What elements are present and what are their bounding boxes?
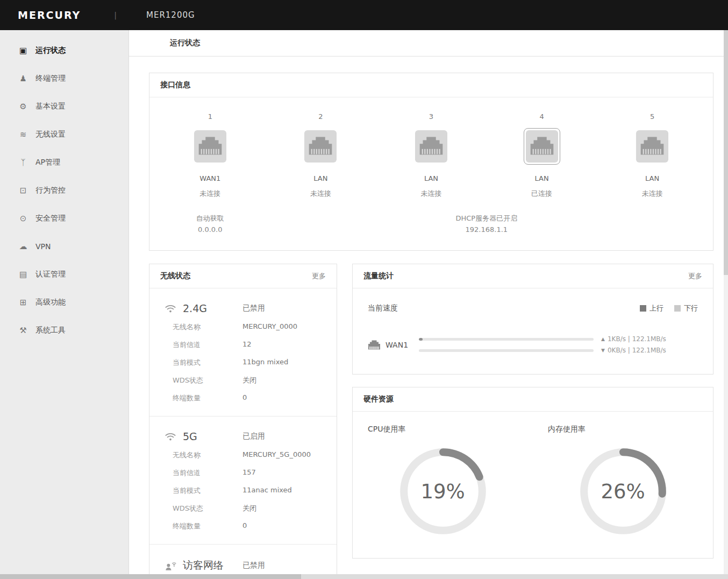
monitor-icon: ▣ [18,46,28,55]
cpu-usage-label: CPU使用率 [353,425,533,434]
tab-running-status[interactable]: 运行状态 [170,38,200,48]
behavior-icon: ⊡ [18,186,28,195]
band-status: 已禁用 [242,303,265,313]
sidebar-item-label: 运行状态 [35,46,66,55]
legend-upload: 上行 [640,303,663,313]
sidebar-item-wireless-settings[interactable]: ≋ 无线设置 [0,121,129,149]
card-title: 硬件资源 [363,394,394,404]
sidebar-item-security-management[interactable]: ⊙ 安全管理 [0,204,129,232]
lan-dhcp-info: DHCP服务器已开启 192.168.1.1 [266,213,708,235]
port-type: LAN [376,174,487,182]
port-status: 未连接 [376,189,487,199]
port-number: 1 [155,112,266,121]
sidebar-item-auth-management[interactable]: ▤ 认证管理 [0,260,129,288]
wifi-icon: ≋ [18,130,28,139]
port-status: 未连接 [597,189,708,199]
wireless-row: 终端数量0 [173,393,337,403]
wireless-section-5g: 5G 已启用 无线名称MERCURY_5G_0000 当前信道157 当前模式1… [149,416,337,545]
vertical-scrollbar[interactable] [724,30,728,574]
rj45-port-icon [636,130,669,163]
port-type: LAN [597,174,708,182]
sidebar-item-system-tools[interactable]: ⚒ 系统工具 [0,316,129,344]
sidebar-item-basic-settings[interactable]: ⚙ 基本设置 [0,93,129,121]
upload-bar: ▲ 1KB/s | 122.1MB/s [419,335,698,343]
wan-ip-mode: 自动获取 [155,213,266,224]
card-title: 接口信息 [160,80,190,90]
cpu-usage-gauge: 19% [398,446,488,536]
upload-speed-value: 1KB/s | 122.1MB/s [608,335,666,343]
traffic-stats-card: 流量统计 更多 当前速度 上行 [352,264,713,375]
wireless-row: 无线名称MERCURY_5G_0000 [173,450,337,460]
wireless-row: 终端数量0 [173,521,337,531]
port-5: 5 LAN 未连接 [597,112,708,199]
port-1: 1 WAN1 未连接 [155,112,266,199]
memory-usage-gauge: 26% [578,446,668,536]
port-tile [634,128,670,165]
port-2: 2 LAN 未连接 [266,112,376,199]
port-3: 3 LAN 未连接 [376,112,487,199]
sidebar-item-running-status[interactable]: ▣ 运行状态 [0,37,129,65]
wireless-status-card: 无线状态 更多 2.4G 已禁用 无线名称MERCURY_0 [149,264,337,579]
security-icon: ⊙ [18,214,28,223]
wireless-more-link[interactable]: 更多 [312,271,326,281]
gear-icon: ⚙ [18,102,28,111]
rj45-port-icon [304,130,337,163]
advanced-icon: ⊞ [18,298,28,307]
main-content: 运行状态 接口信息 1 [129,30,728,579]
card-title: 流量统计 [363,271,394,281]
clients-icon: ♟ [18,74,28,83]
horizontal-scrollbar[interactable] [0,574,728,579]
sidebar-item-vpn[interactable]: ☁ VPN [0,232,129,260]
sidebar-item-client-management[interactable]: ♟ 终端管理 [0,65,129,93]
rj45-port-icon [194,130,227,163]
topbar: MERCURY | MER1200G [0,0,728,30]
topbar-divider: | [114,11,117,19]
sidebar-item-ap-management[interactable]: ᛉ AP管理 [0,149,129,176]
port-number: 3 [376,112,487,121]
band-status: 已禁用 [242,561,265,570]
guest-network-icon [165,561,177,571]
vertical-scrollbar-thumb[interactable] [724,30,728,275]
rj45-port-icon [415,130,448,163]
down-arrow-icon: ▼ [601,348,605,353]
download-swatch-icon [674,305,681,312]
sidebar-item-label: 系统工具 [35,326,66,335]
download-speed-value: 0KB/s | 122.1MB/s [608,347,666,354]
wireless-row: 当前模式11anac mixed [173,486,337,496]
wireless-row: 当前信道12 [173,340,337,350]
sidebar: ▣ 运行状态 ♟ 终端管理 ⚙ 基本设置 ≋ 无线设置 ᛉ AP管理 ⊡ 行为管… [0,30,129,579]
antenna-icon: ᛉ [18,158,28,167]
sidebar-item-behavior-control[interactable]: ⊡ 行为管控 [0,176,129,204]
wan-ip-address: 0.0.0.0 [155,224,266,235]
interface-details-row: 自动获取 0.0.0.0 DHCP服务器已开启 192.168.1.1 [149,199,713,250]
band-name: 访客网络 [183,559,242,573]
port-type: WAN1 [155,174,266,182]
vpn-cloud-icon: ☁ [18,242,28,251]
sidebar-item-label: 安全管理 [35,214,66,223]
wan-ip-info: 自动获取 0.0.0.0 [155,213,266,235]
card-title: 无线状态 [160,271,190,281]
traffic-legend: 上行 下行 [640,303,698,313]
band-name: 5G [183,430,242,442]
dhcp-status: DHCP服务器已开启 [266,213,708,224]
band-status: 已启用 [242,432,265,441]
port-status: 未连接 [155,189,266,199]
sidebar-item-label: 基本设置 [35,102,66,111]
port-number: 4 [487,112,597,121]
upload-swatch-icon [640,305,646,312]
traffic-more-link[interactable]: 更多 [688,271,702,281]
router-admin-page: MERCURY | MER1200G ▣ 运行状态 ♟ 终端管理 ⚙ 基本设置 … [0,0,728,579]
port-tile [302,128,339,165]
interface-info-card: 接口信息 1 WAN1 [149,73,713,251]
rj45-small-icon [368,339,381,351]
wireless-row: WDS状态关闭 [173,504,337,513]
legend-download: 下行 [674,303,698,313]
horizontal-scrollbar-thumb[interactable] [0,574,301,579]
current-speed-label: 当前速度 [368,303,398,313]
download-bar: ▼ 0KB/s | 122.1MB/s [419,347,698,354]
sidebar-item-advanced-features[interactable]: ⊞ 高级功能 [0,288,129,316]
port-number: 2 [266,112,376,121]
port-type: LAN [487,174,597,182]
mercury-logo: MERCURY [18,9,81,21]
sidebar-item-label: 行为管控 [35,186,66,195]
